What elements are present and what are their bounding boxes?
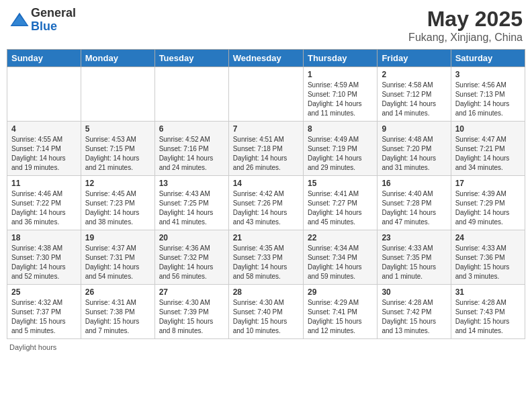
day-info: Sunrise: 4:30 AMSunset: 7:40 PMDaylight:… (233, 298, 299, 336)
day-info: Sunrise: 4:35 AMSunset: 7:33 PMDaylight:… (233, 244, 299, 281)
calendar-cell: 27Sunrise: 4:30 AMSunset: 7:39 PMDayligh… (154, 285, 228, 339)
day-info: Sunrise: 4:33 AMSunset: 7:35 PMDaylight:… (382, 244, 446, 281)
day-info: Sunrise: 4:59 AMSunset: 7:10 PMDaylight:… (308, 81, 373, 118)
day-number: 6 (159, 124, 224, 134)
day-info: Sunrise: 4:48 AMSunset: 7:20 PMDaylight:… (382, 135, 446, 173)
day-number: 20 (159, 233, 224, 242)
weekday-header-friday: Friday (378, 50, 451, 67)
logo-general-text: General (31, 7, 76, 20)
day-number: 28 (233, 287, 299, 297)
calendar-week-1: 1Sunrise: 4:59 AMSunset: 7:10 PMDaylight… (7, 67, 525, 122)
day-info: Sunrise: 4:30 AMSunset: 7:39 PMDaylight:… (159, 298, 224, 336)
calendar-cell: 13Sunrise: 4:43 AMSunset: 7:25 PMDayligh… (154, 176, 228, 230)
day-number: 15 (308, 179, 373, 188)
day-number: 12 (85, 179, 150, 188)
day-number: 8 (308, 124, 373, 134)
day-number: 5 (85, 124, 150, 134)
calendar-cell: 25Sunrise: 4:32 AMSunset: 7:37 PMDayligh… (7, 285, 81, 339)
weekday-header-tuesday: Tuesday (154, 50, 228, 67)
day-info: Sunrise: 4:36 AMSunset: 7:32 PMDaylight:… (159, 244, 224, 281)
day-info: Sunrise: 4:29 AMSunset: 7:41 PMDaylight:… (308, 298, 373, 336)
day-number: 2 (382, 70, 446, 79)
day-number: 19 (85, 233, 150, 242)
day-number: 21 (233, 233, 299, 242)
day-info: Sunrise: 4:42 AMSunset: 7:26 PMDaylight:… (233, 189, 299, 227)
calendar-cell: 5Sunrise: 4:53 AMSunset: 7:15 PMDaylight… (81, 122, 154, 176)
weekday-header-row: SundayMondayTuesdayWednesdayThursdayFrid… (7, 50, 525, 67)
calendar-week-4: 18Sunrise: 4:38 AMSunset: 7:30 PMDayligh… (7, 230, 525, 285)
weekday-header-sunday: Sunday (7, 50, 81, 67)
calendar-week-5: 25Sunrise: 4:32 AMSunset: 7:37 PMDayligh… (7, 285, 525, 339)
day-info: Sunrise: 4:41 AMSunset: 7:27 PMDaylight:… (308, 189, 373, 227)
day-info: Sunrise: 4:49 AMSunset: 7:19 PMDaylight:… (308, 135, 373, 173)
weekday-header-thursday: Thursday (303, 50, 377, 67)
calendar-cell: 6Sunrise: 4:52 AMSunset: 7:16 PMDaylight… (154, 122, 228, 176)
day-number: 26 (85, 287, 150, 297)
day-info: Sunrise: 4:46 AMSunset: 7:22 PMDaylight:… (11, 189, 77, 227)
day-number: 18 (11, 233, 77, 242)
calendar-cell: 2Sunrise: 4:58 AMSunset: 7:12 PMDaylight… (378, 67, 451, 122)
day-number: 7 (233, 124, 299, 134)
weekday-header-saturday: Saturday (451, 50, 525, 67)
day-number: 13 (159, 179, 224, 188)
calendar-cell: 30Sunrise: 4:28 AMSunset: 7:42 PMDayligh… (378, 285, 451, 339)
day-number: 31 (455, 287, 521, 297)
logo-blue-text: Blue (31, 20, 76, 34)
day-number: 29 (308, 287, 373, 297)
day-info: Sunrise: 4:40 AMSunset: 7:28 PMDaylight:… (382, 189, 446, 227)
calendar-cell: 7Sunrise: 4:51 AMSunset: 7:18 PMDaylight… (228, 122, 303, 176)
calendar-cell: 17Sunrise: 4:39 AMSunset: 7:29 PMDayligh… (451, 176, 525, 230)
day-info: Sunrise: 4:34 AMSunset: 7:34 PMDaylight:… (308, 244, 373, 281)
day-info: Sunrise: 4:47 AMSunset: 7:21 PMDaylight:… (455, 135, 521, 173)
calendar-week-3: 11Sunrise: 4:46 AMSunset: 7:22 PMDayligh… (7, 176, 525, 230)
calendar-cell: 9Sunrise: 4:48 AMSunset: 7:20 PMDaylight… (378, 122, 451, 176)
calendar-cell: 26Sunrise: 4:31 AMSunset: 7:38 PMDayligh… (81, 285, 154, 339)
day-number: 14 (233, 179, 299, 188)
calendar-cell: 1Sunrise: 4:59 AMSunset: 7:10 PMDaylight… (303, 67, 377, 122)
day-number: 3 (455, 70, 521, 79)
day-number: 24 (455, 233, 521, 242)
calendar-week-2: 4Sunrise: 4:55 AMSunset: 7:14 PMDaylight… (7, 122, 525, 176)
page-header: General Blue May 2025 Fukang, Xinjiang, … (7, 7, 525, 44)
day-info: Sunrise: 4:58 AMSunset: 7:12 PMDaylight:… (382, 81, 446, 118)
logo: General Blue (9, 7, 76, 34)
weekday-header-monday: Monday (81, 50, 154, 67)
day-info: Sunrise: 4:37 AMSunset: 7:31 PMDaylight:… (85, 244, 150, 281)
calendar-cell: 16Sunrise: 4:40 AMSunset: 7:28 PMDayligh… (378, 176, 451, 230)
day-info: Sunrise: 4:38 AMSunset: 7:30 PMDaylight:… (11, 244, 77, 281)
day-info: Sunrise: 4:55 AMSunset: 7:14 PMDaylight:… (11, 135, 77, 173)
calendar-cell (228, 67, 303, 122)
day-info: Sunrise: 4:56 AMSunset: 7:13 PMDaylight:… (455, 81, 521, 118)
day-info: Sunrise: 4:39 AMSunset: 7:29 PMDaylight:… (455, 189, 521, 227)
calendar-cell: 15Sunrise: 4:41 AMSunset: 7:27 PMDayligh… (303, 176, 377, 230)
day-number: 22 (308, 233, 373, 242)
calendar-cell (154, 67, 228, 122)
day-number: 16 (382, 179, 446, 188)
footer-note: Daylight hours (7, 343, 525, 351)
day-number: 4 (11, 124, 77, 134)
svg-marker-1 (12, 15, 28, 25)
calendar-cell: 23Sunrise: 4:33 AMSunset: 7:35 PMDayligh… (378, 230, 451, 285)
calendar-cell: 24Sunrise: 4:33 AMSunset: 7:36 PMDayligh… (451, 230, 525, 285)
day-number: 25 (11, 287, 77, 297)
calendar-cell: 22Sunrise: 4:34 AMSunset: 7:34 PMDayligh… (303, 230, 377, 285)
location-title: Fukang, Xinjiang, China (408, 32, 523, 44)
calendar-cell (81, 67, 154, 122)
day-number: 1 (308, 70, 373, 79)
calendar-cell: 18Sunrise: 4:38 AMSunset: 7:30 PMDayligh… (7, 230, 81, 285)
day-info: Sunrise: 4:53 AMSunset: 7:15 PMDaylight:… (85, 135, 150, 173)
calendar-cell: 11Sunrise: 4:46 AMSunset: 7:22 PMDayligh… (7, 176, 81, 230)
day-info: Sunrise: 4:33 AMSunset: 7:36 PMDaylight:… (455, 244, 521, 281)
logo-icon (9, 10, 30, 30)
day-info: Sunrise: 4:28 AMSunset: 7:42 PMDaylight:… (382, 298, 446, 336)
weekday-header-wednesday: Wednesday (228, 50, 303, 67)
calendar-cell: 31Sunrise: 4:28 AMSunset: 7:43 PMDayligh… (451, 285, 525, 339)
month-title: May 2025 (408, 7, 523, 32)
calendar-cell: 4Sunrise: 4:55 AMSunset: 7:14 PMDaylight… (7, 122, 81, 176)
day-info: Sunrise: 4:28 AMSunset: 7:43 PMDaylight:… (455, 298, 521, 336)
calendar-cell: 3Sunrise: 4:56 AMSunset: 7:13 PMDaylight… (451, 67, 525, 122)
day-number: 23 (382, 233, 446, 242)
day-number: 9 (382, 124, 446, 134)
day-number: 27 (159, 287, 224, 297)
calendar-cell: 21Sunrise: 4:35 AMSunset: 7:33 PMDayligh… (228, 230, 303, 285)
